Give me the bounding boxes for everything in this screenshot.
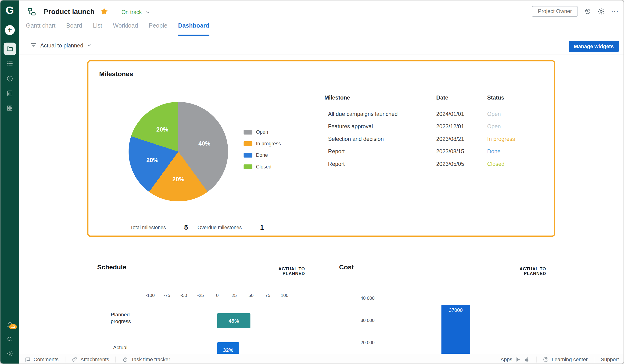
filter-icon	[30, 42, 37, 49]
axis-tick: 25	[226, 293, 243, 298]
legend-label: In progress	[256, 141, 281, 147]
grid-icon	[6, 105, 13, 111]
axis-tick: 0	[209, 293, 226, 298]
divider	[115, 356, 116, 362]
help-circle-icon	[543, 356, 549, 362]
schedule-axis: -100-75-50-250255075100	[142, 293, 293, 298]
divider	[65, 356, 65, 362]
milestone-date: 2023/08/21	[436, 136, 487, 142]
schedule-bar-actual: 32%	[217, 342, 239, 354]
legend-swatch	[243, 141, 252, 146]
statusbar-item-label: Task time tracker	[131, 356, 170, 362]
statusbar-item-label: Attachments	[80, 356, 109, 362]
project-status-label: On track	[122, 9, 142, 15]
statusbar-item-attachments[interactable]: Attachments	[72, 356, 109, 362]
history-icon[interactable]	[584, 8, 591, 15]
learning-center-label: Learning center	[552, 356, 588, 362]
create-new-button[interactable]: +	[5, 25, 15, 35]
project-title: Product launch	[44, 8, 95, 16]
search-button[interactable]	[6, 336, 13, 344]
table-header: Date	[436, 94, 487, 101]
milestones-table: MilestoneDateStatus All due campaigns la…	[324, 92, 545, 170]
milestone-name: Report	[324, 161, 436, 167]
tab-gantt-chart[interactable]: Gantt chart	[26, 22, 55, 36]
report-icon	[6, 90, 13, 97]
legend-label: Closed	[256, 164, 271, 170]
sidebar-item-reports[interactable]	[4, 87, 16, 100]
support-link[interactable]: Support	[601, 356, 619, 362]
milestone-name: All due campaigns launched	[324, 110, 436, 117]
axis-tick: -100	[142, 293, 158, 298]
statusbar-item-label: Comments	[33, 356, 58, 362]
learning-center-link[interactable]: Learning center	[543, 356, 588, 362]
more-options-icon[interactable]: ⋯	[611, 8, 619, 15]
tab-people[interactable]: People	[149, 22, 168, 36]
schedule-bar-label-planned: Planned progress	[111, 312, 145, 325]
statusbar-right: Apps Learning center Support	[501, 354, 619, 364]
pie-slice-value: 20%	[156, 126, 168, 133]
divider	[594, 356, 595, 362]
table-header: Milestone	[324, 94, 436, 101]
app-window: G + 12 Product launch On track Project O…	[0, 0, 624, 364]
favorite-star-icon[interactable]	[100, 7, 108, 16]
manage-widgets-button[interactable]: Manage widgets	[569, 41, 619, 52]
milestone-name: Selection and decision	[324, 136, 436, 142]
legend-swatch	[243, 164, 252, 169]
milestones-pie-chart: 40%20%20%20%	[129, 102, 228, 201]
pie-slice-value: 40%	[198, 140, 210, 147]
gear-icon	[6, 350, 13, 357]
project-status-dropdown[interactable]: On track	[122, 9, 151, 15]
dashboard-filter-dropdown[interactable]: Actual to planned	[30, 42, 92, 49]
cost-axis-tick: 40 000	[361, 296, 375, 301]
milestone-status: Done	[487, 148, 546, 155]
milestones-table-body: All due campaigns launched2024/01/01Open…	[324, 107, 545, 170]
axis-tick: -25	[192, 293, 209, 298]
tab-board[interactable]: Board	[66, 22, 82, 36]
legend-item: Closed	[243, 164, 281, 169]
milestone-table-row: Features approval2023/12/01Open	[324, 120, 545, 133]
apps-link[interactable]: Apps	[501, 356, 530, 362]
sidebar-item-projects[interactable]	[4, 43, 16, 55]
axis-tick: -75	[158, 293, 175, 298]
milestones-widget-title: Milestones	[99, 70, 133, 78]
project-hierarchy-icon[interactable]	[27, 7, 36, 16]
app-logo[interactable]: G	[0, 4, 19, 17]
axis-tick: 50	[243, 293, 260, 298]
axis-tick: -50	[175, 293, 192, 298]
milestone-status: In progress	[487, 136, 546, 142]
milestones-widget[interactable]: Milestones 40%20%20%20% OpenIn progressD…	[87, 60, 555, 237]
settings-button[interactable]	[6, 350, 13, 359]
milestones-table-head: MilestoneDateStatus	[324, 92, 545, 104]
sidebar-item-widgets[interactable]	[4, 102, 16, 114]
sidebar: G + 12	[0, 0, 19, 364]
legend-item: Done	[243, 153, 281, 157]
cost-bar-value: 37000	[449, 308, 463, 313]
schedule-bar-label-actual: Actual	[113, 345, 128, 351]
milestone-status: Closed	[487, 161, 546, 167]
chevron-down-icon	[145, 9, 151, 15]
project-settings-gear-icon[interactable]	[597, 8, 605, 15]
project-owner-button[interactable]: Project Owner	[532, 6, 578, 17]
tab-workload[interactable]: Workload	[113, 22, 138, 36]
milestone-table-row: Report2023/08/15Done	[324, 145, 545, 158]
milestone-table-row: Report2023/05/05Closed	[324, 158, 545, 170]
axis-tick: 100	[276, 293, 293, 298]
pie-slice-value: 20%	[146, 157, 158, 163]
pie-slice-value: 20%	[173, 176, 184, 182]
statusbar-item-comments[interactable]: Comments	[25, 356, 58, 362]
legend-label: Open	[256, 130, 268, 135]
notification-badge: 12	[9, 324, 17, 329]
legend-item: In progress	[243, 141, 281, 146]
clock-icon	[6, 75, 13, 82]
search-icon	[6, 336, 13, 342]
statusbar-item-task-time-tracker[interactable]: Task time tracker	[122, 356, 170, 362]
legend-label: Done	[256, 152, 268, 158]
sidebar-item-history[interactable]	[4, 72, 16, 85]
axis-tick: 75	[260, 293, 276, 298]
schedule-widget-title: Schedule	[97, 263, 127, 271]
tab-list[interactable]: List	[93, 22, 102, 36]
filter-label: Actual to planned	[40, 42, 83, 48]
sidebar-item-task-list[interactable]	[4, 57, 16, 70]
milestone-name: Report	[324, 148, 436, 155]
tab-dashboard[interactable]: Dashboard	[178, 22, 209, 36]
